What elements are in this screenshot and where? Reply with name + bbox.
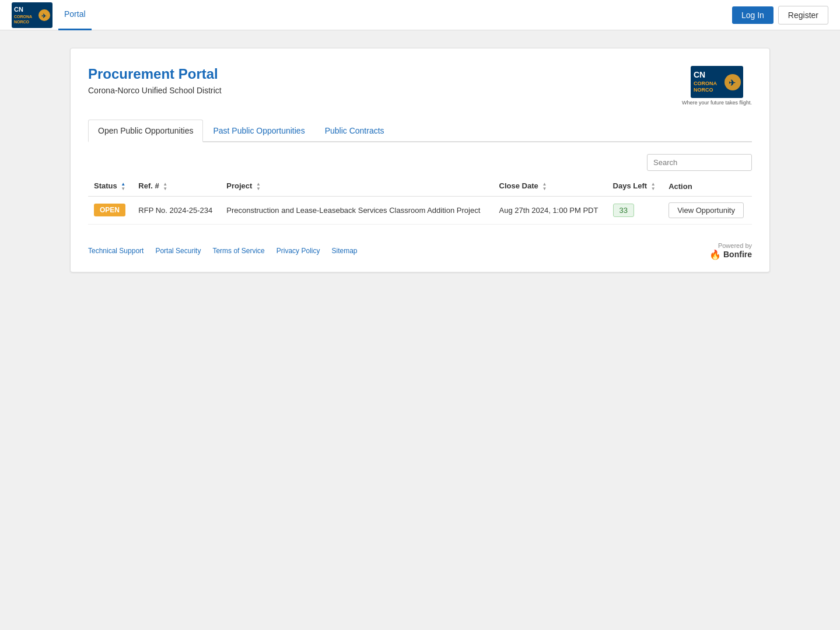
col-days-left[interactable]: Days Left ▲▼ bbox=[607, 177, 663, 196]
status-badge: OPEN bbox=[94, 204, 125, 216]
footer-terms-of-service[interactable]: Terms of Service bbox=[212, 247, 264, 255]
cell-ref: RFP No. 2024-25-234 bbox=[132, 196, 220, 224]
svg-text:NORCO: NORCO bbox=[694, 87, 713, 93]
footer-technical-support[interactable]: Technical Support bbox=[88, 247, 144, 255]
sort-closedate-icon: ▲▼ bbox=[542, 182, 547, 191]
col-project[interactable]: Project ▲▼ bbox=[220, 177, 493, 196]
view-opportunity-button[interactable]: View Opportunity bbox=[668, 202, 744, 218]
search-row bbox=[88, 154, 752, 171]
col-ref[interactable]: Ref. # ▲▼ bbox=[132, 177, 220, 196]
portal-title: Procurement Portal bbox=[88, 66, 222, 82]
footer-links-area: Technical Support Portal Security Terms … bbox=[88, 236, 752, 260]
logo-tagline: Where your future takes flight. bbox=[682, 100, 752, 106]
sort-daysleft-icon: ▲▼ bbox=[651, 182, 656, 191]
footer-privacy-policy[interactable]: Privacy Policy bbox=[276, 247, 320, 255]
footer-portal-security[interactable]: Portal Security bbox=[155, 247, 201, 255]
portal-cn-logo: CN CORONA NORCO ✈ bbox=[691, 66, 743, 98]
svg-text:CORONA: CORONA bbox=[14, 15, 32, 19]
sort-status-icon: ▲▼ bbox=[121, 182, 125, 191]
footer-links-left: Technical Support Portal Security Terms … bbox=[88, 247, 358, 255]
top-navigation: CN CORONA NORCO ✈ Portal Log In Register bbox=[0, 0, 840, 30]
powered-by-area: Powered by 🔥 Bonfire bbox=[709, 242, 752, 260]
logo-area: CN CORONA NORCO ✈ bbox=[12, 2, 52, 28]
bonfire-icon: 🔥 bbox=[709, 249, 721, 260]
svg-text:✈: ✈ bbox=[41, 13, 47, 19]
portal-card: Procurement Portal Corona-Norco Unified … bbox=[70, 48, 770, 272]
portal-header: Procurement Portal Corona-Norco Unified … bbox=[88, 66, 752, 106]
col-status[interactable]: Status ▲▼ bbox=[88, 177, 132, 196]
svg-text:NORCO: NORCO bbox=[14, 20, 30, 24]
cell-days-left: 33 bbox=[607, 196, 663, 224]
bonfire-logo: 🔥 Bonfire bbox=[709, 249, 752, 260]
tab-public-contracts[interactable]: Public Contracts bbox=[315, 120, 394, 141]
footer-sitemap[interactable]: Sitemap bbox=[331, 247, 357, 255]
topnav-right: Log In Register bbox=[732, 6, 828, 24]
cell-close-date: Aug 27th 2024, 1:00 PM PDT bbox=[494, 196, 607, 224]
tab-open-public[interactable]: Open Public Opportunities bbox=[88, 120, 203, 142]
cn-logo[interactable]: CN CORONA NORCO ✈ bbox=[12, 2, 52, 28]
cell-status: OPEN bbox=[88, 196, 132, 224]
tab-past-public[interactable]: Past Public Opportunities bbox=[203, 120, 314, 141]
svg-text:CN: CN bbox=[14, 6, 23, 13]
cell-project: Preconstruction and Lease-Leaseback Serv… bbox=[220, 196, 493, 224]
main-content: Procurement Portal Corona-Norco Unified … bbox=[0, 30, 840, 290]
login-button[interactable]: Log In bbox=[732, 6, 774, 24]
table-row: OPEN RFP No. 2024-25-234 Preconstruction… bbox=[88, 196, 752, 224]
sort-project-icon: ▲▼ bbox=[256, 182, 261, 191]
col-close-date[interactable]: Close Date ▲▼ bbox=[494, 177, 607, 196]
portal-logo-area: CN CORONA NORCO ✈ Where your future take… bbox=[682, 66, 752, 106]
svg-text:CN: CN bbox=[694, 70, 705, 79]
opportunities-table: Status ▲▼ Ref. # ▲▼ Project ▲▼ Close Dat… bbox=[88, 177, 752, 225]
tabs-container: Open Public Opportunities Past Public Op… bbox=[88, 120, 752, 142]
register-button[interactable]: Register bbox=[778, 6, 828, 24]
portal-header-left: Procurement Portal Corona-Norco Unified … bbox=[88, 66, 222, 95]
portal-subtitle: Corona-Norco Unified School District bbox=[88, 86, 222, 95]
sort-ref-icon: ▲▼ bbox=[163, 182, 167, 191]
bonfire-brand: Bonfire bbox=[723, 250, 752, 259]
cell-action: View Opportunity bbox=[663, 196, 752, 224]
table-header-row: Status ▲▼ Ref. # ▲▼ Project ▲▼ Close Dat… bbox=[88, 177, 752, 196]
col-action: Action bbox=[663, 177, 752, 196]
nav-portal-link[interactable]: Portal bbox=[58, 0, 92, 30]
svg-text:✈: ✈ bbox=[729, 78, 736, 88]
nav-links: Portal bbox=[58, 0, 92, 30]
svg-text:CORONA: CORONA bbox=[694, 80, 717, 86]
search-input[interactable] bbox=[647, 154, 752, 171]
days-badge: 33 bbox=[613, 204, 634, 217]
